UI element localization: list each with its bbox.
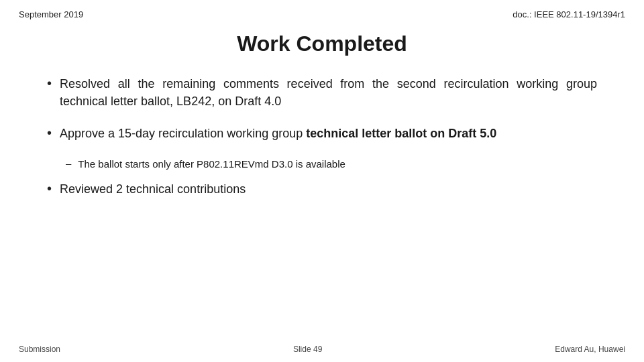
slide-title: Work Completed bbox=[0, 32, 644, 56]
bullet-text-1: Resolved all the remaining comments rece… bbox=[60, 75, 597, 110]
bullet-dot-1: • bbox=[47, 76, 52, 91]
bullet-text-2: Approve a 15-day recirculation working g… bbox=[60, 125, 496, 142]
bullet-item-2: • Approve a 15-day recirculation working… bbox=[47, 125, 597, 142]
sub-dash-1: – bbox=[66, 158, 71, 169]
bullet-text-2-bold: technical letter ballot on Draft 5.0 bbox=[306, 127, 496, 140]
bullet-text-3: Reviewed 2 technical contributions bbox=[60, 180, 246, 198]
footer-author: Edward Au, Huawei bbox=[555, 345, 625, 354]
header-date: September 2019 bbox=[19, 9, 83, 19]
header: September 2019 doc.: IEEE 802.11-19/1394… bbox=[0, 0, 644, 19]
content-area: • Resolved all the remaining comments re… bbox=[0, 75, 644, 198]
bullet-item-3: • Reviewed 2 technical contributions bbox=[47, 180, 597, 198]
sub-bullet-1: – The ballot starts only after P802.11RE… bbox=[66, 157, 597, 171]
slide: September 2019 doc.: IEEE 802.11-19/1394… bbox=[0, 0, 644, 362]
footer-slide-number: Slide 49 bbox=[293, 345, 322, 354]
bullet-dot-2: • bbox=[47, 125, 52, 141]
bullet-item-1: • Resolved all the remaining comments re… bbox=[47, 75, 597, 110]
footer: Submission Slide 49 Edward Au, Huawei bbox=[0, 345, 644, 354]
header-doc: doc.: IEEE 802.11-19/1394r1 bbox=[513, 9, 625, 19]
sub-text-1: The ballot starts only after P802.11REVm… bbox=[78, 157, 345, 171]
title-section: Work Completed bbox=[0, 32, 644, 56]
bullet-dot-3: • bbox=[47, 181, 52, 196]
footer-submission: Submission bbox=[19, 345, 60, 354]
